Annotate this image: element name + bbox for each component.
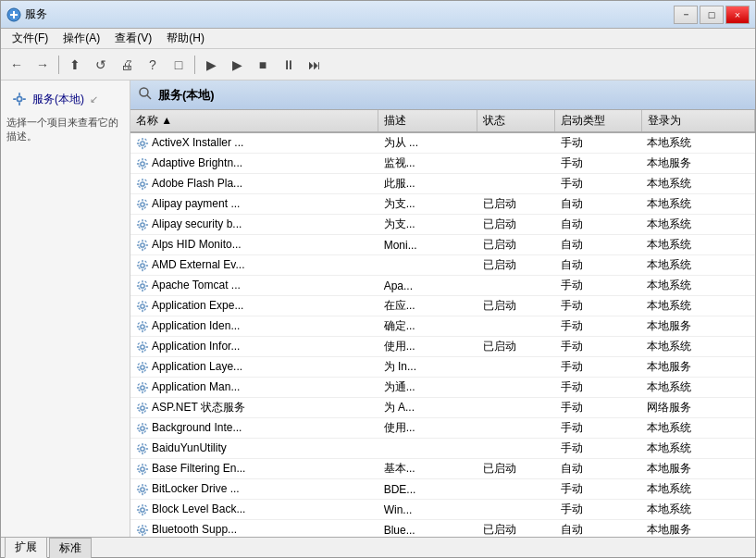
- svg-rect-150: [137, 444, 140, 447]
- svg-rect-176: [146, 509, 149, 510]
- svg-rect-2: [13, 11, 15, 19]
- menu-view[interactable]: 查看(V): [107, 29, 159, 48]
- menu-help[interactable]: 帮助(H): [159, 29, 212, 48]
- svg-rect-62: [138, 246, 141, 249]
- table-row[interactable]: Alps HID Monito...Moni...已启动自动本地系统: [130, 235, 755, 255]
- window-icon: [6, 7, 21, 22]
- table-row[interactable]: Application Iden...确定...手动本地服务: [130, 316, 755, 337]
- svg-rect-25: [143, 166, 146, 168]
- svg-rect-44: [138, 205, 141, 208]
- col-header-name[interactable]: 名称 ▲: [130, 110, 378, 132]
- svg-rect-94: [137, 326, 140, 327]
- svg-rect-164: [142, 484, 143, 487]
- maximize-button[interactable]: □: [700, 6, 724, 24]
- svg-rect-114: [137, 363, 140, 366]
- table-row[interactable]: Application Expe...在应...已启动手动本地系统: [130, 296, 755, 316]
- svg-point-163: [141, 488, 144, 491]
- svg-rect-31: [137, 183, 140, 184]
- col-header-status[interactable]: 状态: [477, 110, 555, 132]
- table-row[interactable]: BitLocker Drive ...BDE...手动本地系统: [130, 479, 755, 500]
- svg-rect-142: [143, 430, 146, 433]
- table-row[interactable]: Adaptive Brightn...监视...手动本地服务: [130, 154, 755, 174]
- svg-rect-146: [142, 443, 143, 446]
- svg-rect-157: [137, 468, 140, 469]
- svg-rect-12: [142, 146, 143, 149]
- main-content: 服务(本地) ↙ 选择一个项目来查看它的描述。 服务(本地): [1, 81, 755, 537]
- svg-rect-41: [146, 204, 149, 205]
- svg-rect-105: [137, 342, 140, 345]
- table-row[interactable]: Base Filtering En...基本...已启动自动本地服务: [130, 459, 755, 479]
- table-row[interactable]: Apache Tomcat ...Apa...手动本地系统: [130, 276, 755, 296]
- svg-rect-40: [137, 204, 140, 205]
- table-row[interactable]: BaiduYunUtility手动本地系统: [130, 439, 755, 459]
- panel-search-icon: [138, 86, 153, 104]
- table-row[interactable]: Bluetooth Supp...Blue...已启动自动本地服务: [130, 520, 755, 538]
- services-table-container[interactable]: 名称 ▲ 描述 状态 启动类型 登录为 ActiveX Installe: [130, 110, 755, 537]
- svg-rect-120: [142, 391, 143, 393]
- minimize-button[interactable]: －: [674, 6, 698, 24]
- help-button[interactable]: ?: [141, 53, 165, 77]
- svg-rect-42: [137, 200, 140, 203]
- table-row[interactable]: ActiveX Installer ...为从 ...手动本地系统: [130, 132, 755, 154]
- svg-rect-125: [138, 389, 141, 391]
- play2-button[interactable]: ▶: [225, 53, 249, 77]
- tab-extended[interactable]: 扩展: [5, 537, 47, 558]
- svg-rect-165: [142, 492, 143, 495]
- sidebar-label: 服务(本地): [32, 92, 84, 107]
- svg-rect-47: [142, 219, 143, 222]
- svg-rect-104: [146, 346, 149, 347]
- svg-rect-53: [138, 226, 141, 229]
- refresh-button[interactable]: ↺: [89, 53, 113, 77]
- col-header-startup[interactable]: 启动类型: [555, 110, 641, 132]
- col-header-login[interactable]: 登录为: [641, 110, 754, 132]
- menu-action[interactable]: 操作(A): [56, 29, 107, 48]
- table-row[interactable]: AMD External Ev...已启动自动本地系统: [130, 255, 755, 276]
- svg-rect-17: [138, 144, 141, 147]
- table-row[interactable]: ASP.NET 状态服务为 A...手动网络服务: [130, 398, 755, 418]
- svg-point-118: [141, 386, 144, 390]
- svg-rect-178: [143, 512, 146, 515]
- svg-rect-162: [144, 464, 147, 466]
- stop-button[interactable]: ■: [251, 53, 275, 77]
- svg-rect-74: [142, 280, 143, 283]
- skip-button[interactable]: ⏭: [303, 53, 327, 77]
- cursor-indicator: ↙: [90, 93, 98, 105]
- sidebar-local-services[interactable]: 服务(本地) ↙: [6, 86, 124, 112]
- svg-point-73: [141, 284, 144, 288]
- svg-rect-149: [146, 448, 149, 449]
- table-row[interactable]: Application Man...为通...手动本地系统: [130, 378, 755, 398]
- svg-point-127: [141, 406, 144, 410]
- up-button[interactable]: ⬆: [63, 53, 87, 77]
- svg-rect-156: [142, 472, 143, 475]
- back-button[interactable]: ←: [5, 53, 29, 77]
- window-controls: － □ ×: [674, 6, 750, 24]
- svg-rect-169: [143, 491, 146, 494]
- print-button[interactable]: 🖨: [115, 53, 139, 77]
- svg-rect-107: [138, 348, 141, 351]
- table-row[interactable]: Application Infor...使用...已启动手动本地系统: [130, 337, 755, 357]
- svg-rect-121: [137, 387, 140, 388]
- props-button[interactable]: □: [167, 53, 191, 77]
- table-row[interactable]: Adobe Flash Pla...此服...手动本地系统: [130, 174, 755, 194]
- col-header-desc[interactable]: 描述: [378, 110, 477, 132]
- svg-point-91: [141, 325, 144, 329]
- menu-file[interactable]: 文件(F): [5, 29, 56, 48]
- pause-button[interactable]: ⏸: [277, 53, 301, 77]
- table-row[interactable]: Alipay security b...为支...已启动自动本地系统: [130, 215, 755, 235]
- play-button[interactable]: ▶: [199, 53, 223, 77]
- separator-1: [58, 56, 59, 74]
- table-row[interactable]: Block Level Back...Win...手动本地系统: [130, 500, 755, 520]
- svg-rect-23: [146, 163, 149, 164]
- svg-rect-147: [142, 452, 143, 454]
- svg-rect-60: [137, 241, 140, 243]
- table-row[interactable]: Alipay payment ...为支...已启动自动本地系统: [130, 194, 755, 215]
- svg-rect-153: [144, 443, 147, 446]
- close-button[interactable]: ×: [725, 6, 750, 24]
- svg-rect-115: [143, 369, 146, 372]
- forward-button[interactable]: →: [31, 53, 55, 77]
- table-row[interactable]: Application Laye...为 In...手动本地服务: [130, 357, 755, 378]
- svg-rect-106: [143, 349, 146, 352]
- svg-rect-141: [137, 424, 140, 427]
- tab-standard[interactable]: 标准: [49, 538, 92, 558]
- table-row[interactable]: Background Inte...使用...手动本地系统: [130, 418, 755, 439]
